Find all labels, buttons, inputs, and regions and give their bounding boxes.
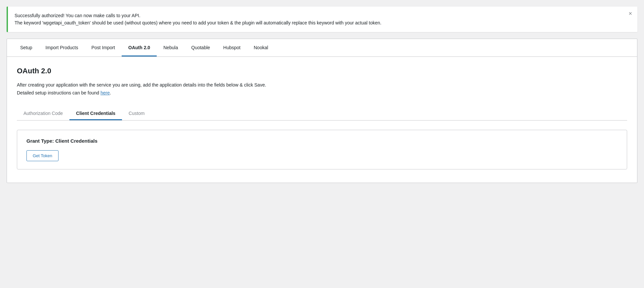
notice-line1: Successfully authorized! You can now mak…: [15, 12, 631, 19]
notice-line2: The keyword 'wpgetapi_oauth_token' shoul…: [15, 19, 631, 26]
description: After creating your application with the…: [17, 81, 627, 97]
grant-type-box: Grant Type: Client Credentials Get Token: [17, 130, 627, 169]
tab-oauth[interactable]: OAuth 2.0: [122, 39, 157, 56]
top-nav-tabs: Setup Import Products Post Import OAuth …: [7, 39, 637, 57]
sub-tab-client-credentials[interactable]: Client Credentials: [69, 107, 122, 120]
main-card: Setup Import Products Post Import OAuth …: [7, 39, 637, 183]
tab-nookal[interactable]: Nookal: [247, 39, 275, 56]
notice-close-button[interactable]: ×: [628, 11, 632, 17]
description-text-1: After creating your application with the…: [17, 82, 266, 88]
content-area: OAuth 2.0 After creating your applicatio…: [7, 57, 637, 183]
sub-tabs: Authorization Code Client Credentials Cu…: [17, 107, 627, 121]
tab-hubspot[interactable]: Hubspot: [217, 39, 247, 56]
tab-post-import[interactable]: Post Import: [85, 39, 122, 56]
description-text-2: Detailed setup instructions can be found: [17, 90, 101, 95]
sub-tab-authorization-code[interactable]: Authorization Code: [17, 107, 69, 120]
get-token-button[interactable]: Get Token: [26, 150, 59, 161]
success-notice: Successfully authorized! You can now mak…: [7, 7, 637, 32]
description-link[interactable]: here: [101, 90, 110, 95]
page-title: OAuth 2.0: [17, 67, 627, 75]
tab-setup[interactable]: Setup: [14, 39, 39, 56]
tab-nebula[interactable]: Nebula: [157, 39, 184, 56]
description-end: .: [110, 90, 111, 95]
sub-tab-custom[interactable]: Custom: [122, 107, 151, 120]
grant-type-title: Grant Type: Client Credentials: [26, 138, 618, 144]
tab-import-products[interactable]: Import Products: [39, 39, 85, 56]
tab-quotable[interactable]: Quotable: [185, 39, 217, 56]
